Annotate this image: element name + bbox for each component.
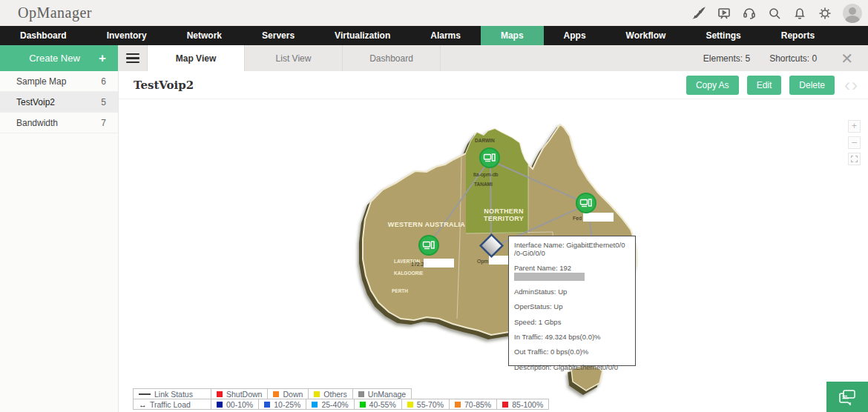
traffic-swatch	[217, 402, 223, 408]
tab-dashboard[interactable]: Dashboard	[343, 45, 441, 71]
label-nt-1: NORTHERN	[484, 207, 523, 215]
nav-virtualization[interactable]: Virtualization	[315, 26, 410, 45]
node-darwin-device[interactable]	[480, 148, 499, 167]
view-tabbar: Map View List View Dashboard Elements: 5…	[119, 45, 868, 71]
opmanager-logo: OpManager	[18, 4, 92, 21]
elements-count: Elements: 5	[703, 53, 750, 64]
main-nav: Dashboard Inventory Network Servers Virt…	[0, 26, 868, 45]
node-wa-device[interactable]	[419, 236, 438, 255]
legend-link-status-row: Link Status ShutDown Down Others UnManag…	[134, 389, 549, 399]
nav-settings[interactable]: Settings	[685, 26, 760, 45]
nav-alarms[interactable]: Alarms	[410, 26, 481, 45]
sidebar-item-sample-map[interactable]: Sample Map 6	[0, 71, 118, 92]
map-legend: Link Status ShutDown Down Others UnManag…	[134, 389, 549, 410]
label-perth: PERTH	[392, 288, 408, 293]
headset-icon[interactable]	[742, 6, 757, 21]
legend-traffic-load-row: ↔Traffic Load 00-10% 10-25% 25-40% 40-55…	[134, 399, 549, 410]
shortcuts-count: Shortcuts: 0	[769, 53, 817, 64]
status-swatch	[273, 391, 279, 397]
tabbar-status: Elements: 5 Shortcuts: 0 ✕	[703, 45, 868, 71]
traffic-arrow-icon: ↔	[139, 400, 146, 409]
traffic-swatch	[264, 402, 270, 408]
hamburger-menu-icon[interactable]	[119, 45, 147, 71]
node-east-device[interactable]	[576, 193, 596, 213]
map-count: 5	[101, 97, 106, 107]
redaction-box	[514, 273, 585, 281]
tooltip-in-traffic: In Traffic: 49.324 bps(0.0)%	[514, 333, 631, 342]
nav-dashboard[interactable]: Dashboard	[0, 26, 87, 45]
label-darwin: DARWIN	[475, 138, 495, 143]
australia-map[interactable]: DARWIN lta-opm-db TANAMI NORTHERN TERRIT…	[119, 71, 868, 412]
tab-list-view[interactable]: List View	[245, 45, 343, 71]
gear-icon[interactable]	[818, 6, 832, 21]
chat-bubbles-icon	[838, 389, 857, 405]
tooltip-interface-name: Interface Name: GigabitEthernet0/0 /0-Gi…	[514, 242, 631, 258]
rocket-icon[interactable]	[691, 6, 706, 21]
status-swatch	[358, 391, 364, 397]
map-name: Sample Map	[16, 76, 66, 87]
label-kalgoorlie: KALGOORIE	[394, 270, 424, 276]
map-name: TestVoip2	[16, 97, 55, 107]
redaction-box	[583, 213, 614, 222]
label-darwin-device: lta-opm-db	[473, 172, 499, 178]
user-avatar[interactable]	[843, 4, 862, 23]
traffic-swatch	[502, 402, 508, 408]
map-count: 7	[101, 118, 106, 128]
nav-maps[interactable]: Maps	[481, 26, 544, 45]
label-nt-2: TERRITORY	[484, 215, 524, 222]
sidebar-item-testvoip2[interactable]: TestVoip2 5	[0, 92, 118, 113]
map-name: Bandwidth	[16, 118, 58, 128]
bell-icon[interactable]	[792, 6, 807, 21]
tooltip-oper-status: OperStatus: Up	[514, 303, 631, 311]
nav-apps[interactable]: Apps	[544, 26, 606, 45]
label-wa-device: 172.2	[411, 262, 424, 267]
nav-servers[interactable]: Servers	[242, 26, 315, 45]
traffic-swatch	[407, 402, 413, 408]
nav-inventory[interactable]: Inventory	[87, 26, 167, 45]
header-icons	[691, 0, 862, 26]
close-icon[interactable]: ✕	[836, 50, 858, 67]
tooltip-parent-name: Parent Name: 192	[514, 265, 631, 281]
presentation-icon[interactable]	[717, 6, 731, 21]
app-header: OpManager	[0, 0, 868, 26]
traffic-swatch	[360, 402, 366, 408]
nav-network[interactable]: Network	[167, 26, 242, 45]
label-wa: WESTERN AUSTRALIA	[388, 221, 465, 228]
map-count: 6	[101, 76, 106, 87]
tab-map-view[interactable]: Map View	[147, 45, 245, 71]
label-selected-interface: Opm	[477, 259, 488, 265]
link-line-icon	[139, 393, 151, 395]
status-swatch	[217, 391, 223, 397]
tooltip-admin-status: AdminStatus: Up	[514, 288, 631, 296]
label-tanami: TANAMI	[474, 182, 493, 187]
map-content: TestVoip2 Copy As Edit Delete ‹ › + –	[119, 71, 868, 412]
nav-reports[interactable]: Reports	[761, 26, 835, 45]
support-chat-button[interactable]	[826, 382, 868, 412]
traffic-swatch	[312, 402, 318, 408]
label-east-device: Fed	[573, 216, 582, 221]
status-swatch	[314, 391, 320, 397]
nav-workflow[interactable]: Workflow	[606, 26, 686, 45]
tooltip-speed: Speed: 1 Gbps	[514, 319, 631, 327]
tooltip-out-traffic: Out Traffic: 0 bps(0.0)%	[514, 348, 631, 356]
interface-tooltip: Interface Name: GigabitEthernet0/0 /0-Gi…	[508, 236, 636, 366]
traffic-swatch	[455, 402, 461, 408]
sidebar-item-bandwidth[interactable]: Bandwidth 7	[0, 113, 118, 133]
create-new-label: Create New	[0, 53, 99, 64]
maps-sidebar: Create New + Sample Map 6 TestVoip2 5 Ba…	[0, 45, 119, 412]
tooltip-description: Description: GigabitEthernet0/0/0	[514, 364, 631, 372]
create-new-button[interactable]: Create New +	[0, 45, 118, 71]
search-icon[interactable]	[767, 6, 782, 21]
redaction-box	[424, 259, 454, 268]
plus-icon: +	[99, 51, 118, 66]
